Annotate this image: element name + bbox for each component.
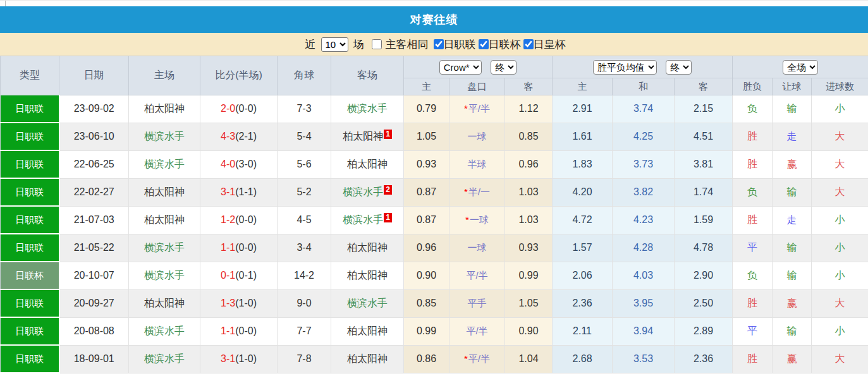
match-type-badge: 日职联 [1, 123, 59, 150]
corner-score: 5-6 [278, 150, 331, 178]
avg-draw-odds: 3.73 [613, 150, 675, 178]
away-team: 柏太阳神 [331, 345, 404, 373]
handicap-line: 平/半 [449, 317, 505, 345]
scope-select[interactable]: 全场 [783, 60, 818, 75]
head-to-head-table: 类型 日期 主场 比分(半场) 角球 客场 Crow* 终 胜平负均值 终 全场 [0, 56, 868, 373]
fulltime-score: 1-3 [221, 298, 235, 308]
result-outcome: 胜 [733, 206, 773, 234]
fulltime-score: 1-1 [221, 242, 235, 253]
match-score: 3-1(1-0) [200, 345, 278, 373]
match-date: 22-06-25 [59, 150, 129, 178]
halftime-score: (1-0) [235, 298, 257, 308]
red-card-badge: 1 [384, 130, 392, 139]
corner-score: 3-4 [278, 234, 331, 262]
team-name: 横滨水手 [144, 242, 185, 253]
away-team: 横滨水手1 [331, 206, 404, 234]
avg-home-odds: 2.36 [553, 289, 613, 317]
match-rows: 日职联23-09-02柏太阳神2-0(0-0)7-3横滨水手0.79*平/半1.… [1, 95, 868, 373]
team-name: 柏太阳神 [144, 214, 185, 225]
handicap-home-odds: 0.90 [404, 262, 449, 289]
star-marker: * [465, 214, 469, 225]
handicap-line: *平/半 [449, 345, 505, 373]
match-row: 日职联22-02-27柏太阳神3-1(1-1)5-2横滨水手20.87*半/一1… [1, 178, 868, 206]
goals-outcome: 大 [812, 123, 868, 150]
home-team: 柏太阳神 [129, 206, 200, 234]
halftime-score: (3-0) [235, 159, 257, 169]
match-date: 23-09-02 [59, 95, 129, 123]
away-team: 柏太阳神1 [331, 123, 404, 150]
handicap-outcome: 赢 [773, 345, 812, 373]
corner-score: 5-4 [278, 123, 331, 150]
handicap-outcome: 赢 [773, 150, 812, 178]
subcol-avg-home: 主 [553, 78, 613, 95]
divider [5, 1, 6, 6]
subcol-avg-away: 客 [675, 78, 733, 95]
goals-outcome: 大 [812, 178, 868, 206]
fulltime-score: 2-0 [221, 103, 235, 114]
handicap-home-odds: 0.93 [404, 150, 449, 178]
corner-score: 14-2 [278, 262, 331, 289]
avg-away-odds: 2.89 [675, 317, 733, 345]
avg-time-select[interactable]: 终 [666, 60, 692, 75]
handicap-home-odds: 0.96 [404, 234, 449, 262]
handicap-home-odds: 0.85 [404, 289, 449, 317]
odds-company-select[interactable]: Crow* [439, 60, 482, 75]
match-row: 日职联18-09-01横滨水手3-1(1-0)7-8柏太阳神0.86*平/半1.… [1, 345, 868, 373]
goals-outcome: 小 [812, 262, 868, 289]
team-name: 柏太阳神 [347, 270, 388, 281]
halftime-score: (0-0) [235, 325, 257, 336]
match-count-select[interactable]: 10 [321, 37, 348, 52]
match-score: 4-0(3-0) [200, 150, 278, 178]
match-date: 21-07-03 [59, 206, 129, 234]
home-team: 柏太阳神 [129, 95, 200, 123]
fulltime-score: 4-0 [221, 159, 235, 169]
avg-draw-odds: 3.53 [613, 345, 675, 373]
avg-away-odds: 4.78 [675, 234, 733, 262]
league-checkbox-jleague[interactable] [434, 39, 444, 49]
league-label-jleague: 日职联 [444, 37, 476, 52]
team-name: 横滨水手 [343, 214, 383, 225]
matches-label: 场 [353, 37, 364, 52]
result-outcome: 负 [733, 178, 773, 206]
match-type-badge: 日职联 [1, 234, 59, 262]
avg-type-select[interactable]: 胜平负均值 [593, 60, 657, 75]
match-date: 23-06-10 [59, 123, 129, 150]
league-filter-group: 日职联日联杯日皇杯 [431, 37, 566, 52]
handicap-time-select[interactable]: 终 [491, 60, 517, 75]
goals-outcome: 大 [812, 289, 868, 317]
away-team: 柏太阳神 [331, 317, 404, 345]
subcol-handicap-home: 主 [404, 78, 449, 95]
match-score: 1-1(0-0) [200, 317, 278, 345]
match-type-badge: 日职联 [1, 95, 59, 123]
goals-outcome: 大 [812, 345, 868, 373]
halftime-score: (0-0) [235, 103, 257, 114]
panel-title-bar: 对赛往绩 [0, 6, 868, 33]
line-text: 半/一 [468, 186, 490, 197]
match-type-badge: 日职联 [1, 345, 59, 373]
col-header-away: 客场 [331, 56, 404, 95]
league-checkbox-emperorscup[interactable] [523, 39, 534, 49]
avg-home-odds: 1.83 [553, 150, 613, 178]
league-checkbox-jleaguecup[interactable] [479, 39, 489, 49]
league-label-jleaguecup: 日联杯 [489, 37, 521, 52]
match-type-badge: 日联杯 [1, 262, 59, 289]
subcol-result: 胜负 [733, 78, 773, 95]
handicap-away-odds: 0.90 [505, 317, 553, 345]
team-name: 柏太阳神 [144, 298, 185, 308]
team-name: 横滨水手 [347, 103, 388, 114]
same-side-checkbox[interactable] [372, 39, 382, 49]
near-label: 近 [305, 37, 316, 52]
result-outcome: 胜 [733, 289, 773, 317]
match-score: 2-0(0-0) [200, 95, 278, 123]
home-team: 柏太阳神 [129, 178, 200, 206]
avg-home-odds: 2.91 [553, 95, 613, 123]
away-team: 横滨水手 [331, 95, 404, 123]
handicap-line: 一球 [449, 234, 505, 262]
team-name: 横滨水手 [144, 159, 185, 169]
col-header-score: 比分(半场) [200, 56, 278, 95]
avg-away-odds: 2.36 [675, 345, 733, 373]
halftime-score: (1-1) [235, 186, 257, 197]
avg-draw-odds: 3.74 [613, 95, 675, 123]
fulltime-score: 3-1 [221, 353, 235, 364]
avg-away-odds: 1.74 [675, 178, 733, 206]
